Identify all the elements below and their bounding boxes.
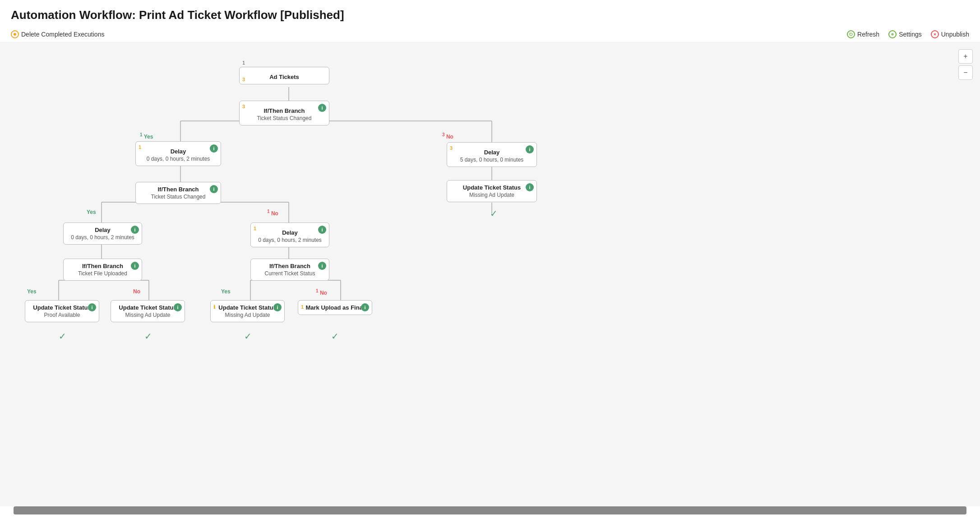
delay1-count: 1 <box>139 144 141 150</box>
settings-button[interactable]: Settings <box>888 30 922 38</box>
delete-icon <box>11 30 19 38</box>
checkmark-update-missing-left: ✓ <box>143 331 153 342</box>
toolbar: Delete Completed Executions Refresh Sett… <box>0 28 980 42</box>
delay1-sub: 0 days, 0 hours, 2 minutes <box>142 156 214 162</box>
update-missing-top-node[interactable]: i Update Ticket Status Missing Ad Update <box>447 180 537 202</box>
svg-point-0 <box>14 33 16 36</box>
unpublish-icon <box>931 30 939 38</box>
delay-no-right-title: Delay <box>453 149 530 156</box>
branch1-title: If/Then Branch <box>246 107 323 114</box>
update-missing-left-info-icon[interactable]: i <box>174 303 182 311</box>
svg-point-2 <box>892 34 893 35</box>
delay-no-mid-title: Delay <box>257 229 323 236</box>
branch-status-info-icon[interactable]: i <box>318 262 326 270</box>
branch1-node[interactable]: 3 i If/Then Branch Ticket Status Changed <box>239 101 329 125</box>
trigger-count-1: 1 <box>242 60 245 65</box>
checkmark-mark-final: ✓ <box>329 331 340 342</box>
delay-no-right-info-icon[interactable]: i <box>526 145 534 153</box>
update-missing-left-node[interactable]: i Update Ticket Status Missing Ad Update <box>111 300 185 322</box>
delete-executions-button[interactable]: Delete Completed Executions <box>11 30 104 38</box>
page-title: Automation Workflow: Print Ad Ticket Wor… <box>11 8 969 22</box>
delay-no-mid-sub: 0 days, 0 hours, 2 minutes <box>257 237 323 243</box>
update-missing-top-title: Update Ticket Status <box>453 184 530 191</box>
toolbar-right: Refresh Settings Unpublish <box>847 30 969 38</box>
zoom-in-button[interactable]: + <box>958 49 973 64</box>
update-proof-node[interactable]: i Update Ticket Status Proof Available <box>25 300 99 322</box>
yes-label-branch-file: Yes <box>27 288 37 295</box>
mark-final-title: Mark Upload as Final <box>305 304 365 311</box>
delay-no-right-node[interactable]: 3 i Delay 5 days, 0 hours, 0 minutes <box>447 142 537 167</box>
settings-icon <box>888 30 897 38</box>
update-missing-mid-title: Update Ticket Status <box>217 304 278 311</box>
branch1-sub: Ticket Status Changed <box>246 115 323 121</box>
update-missing-mid-count: ℹ <box>213 304 215 310</box>
update-missing-top-sub: Missing Ad Update <box>453 192 530 198</box>
no-label-branch1: 3 No <box>442 132 453 140</box>
workflow-canvas[interactable]: 1 3 Ad Tickets 3 i If/Then Branch Ticket… <box>0 42 980 506</box>
delay-yes-left-node[interactable]: i Delay 0 days, 0 hours, 2 minutes <box>63 222 142 245</box>
update-proof-info-icon[interactable]: i <box>88 303 96 311</box>
zoom-out-button[interactable]: − <box>958 65 973 80</box>
update-missing-mid-node[interactable]: ℹ i Update Ticket Status Missing Ad Upda… <box>210 300 285 322</box>
trigger-count-3: 3 <box>242 77 245 82</box>
branch-file-title: If/Then Branch <box>70 263 135 269</box>
branch2-info-icon[interactable]: i <box>210 185 218 193</box>
branch-file-sub: Ticket File Uploaded <box>70 270 135 277</box>
branch-status-title: If/Then Branch <box>257 263 323 269</box>
refresh-icon <box>847 30 855 38</box>
update-missing-left-sub: Missing Ad Update <box>117 312 178 318</box>
update-missing-left-title: Update Ticket Status <box>117 304 178 311</box>
delay-yes-left-info-icon[interactable]: i <box>131 226 139 234</box>
branch2-sub: Ticket Status Changed <box>142 194 214 200</box>
delay-no-mid-count: 1 <box>254 226 256 231</box>
update-missing-mid-info-icon[interactable]: i <box>273 303 282 311</box>
mark-final-info-icon[interactable]: i <box>361 303 369 311</box>
branch-file-info-icon[interactable]: i <box>131 262 139 270</box>
delay-yes-left-title: Delay <box>70 227 135 233</box>
branch-status-sub: Current Ticket Status <box>257 270 323 277</box>
trigger-title: Ad Tickets <box>246 74 323 80</box>
update-missing-mid-sub: Missing Ad Update <box>217 312 278 318</box>
yes-label-branch-status: Yes <box>221 288 231 295</box>
yes-label-branch2: Yes <box>87 209 96 215</box>
branch2-node[interactable]: i If/Then Branch Ticket Status Changed <box>135 182 221 204</box>
delay-no-right-count: 3 <box>450 145 453 151</box>
delay-yes-left-sub: 0 days, 0 hours, 2 minutes <box>70 234 135 241</box>
unpublish-button[interactable]: Unpublish <box>931 30 969 38</box>
no-label-branch2: 1 No <box>267 209 278 217</box>
update-missing-top-info-icon[interactable]: i <box>526 183 534 191</box>
checkmark-update-missing-mid: ✓ <box>242 331 253 342</box>
branch1-info-icon[interactable]: i <box>318 104 326 112</box>
branch-file-node[interactable]: i If/Then Branch Ticket File Uploaded <box>63 259 142 281</box>
toolbar-left: Delete Completed Executions <box>11 30 104 38</box>
yes-label-branch1: 1 Yes <box>140 132 153 140</box>
delay1-node[interactable]: 1 i Delay 0 days, 0 hours, 2 minutes <box>135 141 221 166</box>
branch1-count: 3 <box>242 104 245 109</box>
branch-status-node[interactable]: i If/Then Branch Current Ticket Status <box>250 259 329 281</box>
no-label-branch-status: 1 No <box>316 288 327 296</box>
update-proof-sub: Proof Available <box>32 312 92 318</box>
delay-no-right-sub: 5 days, 0 hours, 0 minutes <box>453 157 530 163</box>
page-header: Automation Workflow: Print Ad Ticket Wor… <box>0 0 980 28</box>
branch2-title: If/Then Branch <box>142 186 214 193</box>
checkmark-update-missing-top: ✓ <box>488 208 499 219</box>
checkmark-update-proof: ✓ <box>57 331 68 342</box>
mark-final-count: 1 <box>301 304 304 310</box>
zoom-controls: + − <box>958 49 973 80</box>
no-label-branch-file: No <box>133 288 140 295</box>
update-proof-title: Update Ticket Status <box>32 304 92 311</box>
mark-final-node[interactable]: 1 i Mark Upload as Final <box>298 300 372 315</box>
horizontal-scrollbar[interactable] <box>14 506 966 514</box>
delay-no-mid-info-icon[interactable]: i <box>318 226 326 234</box>
refresh-button[interactable]: Refresh <box>847 30 879 38</box>
workflow-lines <box>0 42 980 506</box>
delay1-info-icon[interactable]: i <box>210 144 218 153</box>
page-wrapper: Automation Workflow: Print Ad Ticket Wor… <box>0 0 980 519</box>
delay1-title: Delay <box>142 148 214 155</box>
delay-no-mid-node[interactable]: 1 i Delay 0 days, 0 hours, 2 minutes <box>250 222 329 247</box>
trigger-node[interactable]: 1 3 Ad Tickets <box>239 67 329 84</box>
